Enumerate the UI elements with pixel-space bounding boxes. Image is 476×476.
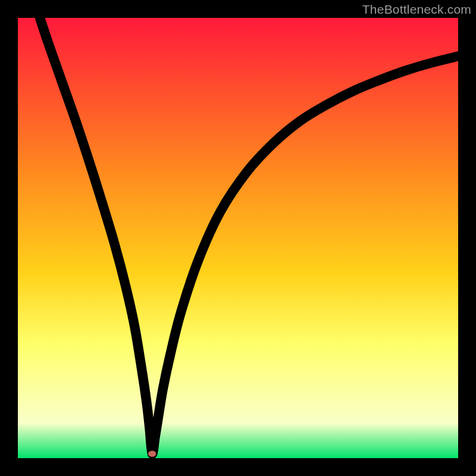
bottleneck-curve xyxy=(18,18,458,458)
watermark-text: TheBottleneck.com xyxy=(362,2,471,17)
chart-frame: TheBottleneck.com xyxy=(0,0,476,476)
min-point-marker xyxy=(148,450,156,456)
plot-area xyxy=(18,18,458,458)
